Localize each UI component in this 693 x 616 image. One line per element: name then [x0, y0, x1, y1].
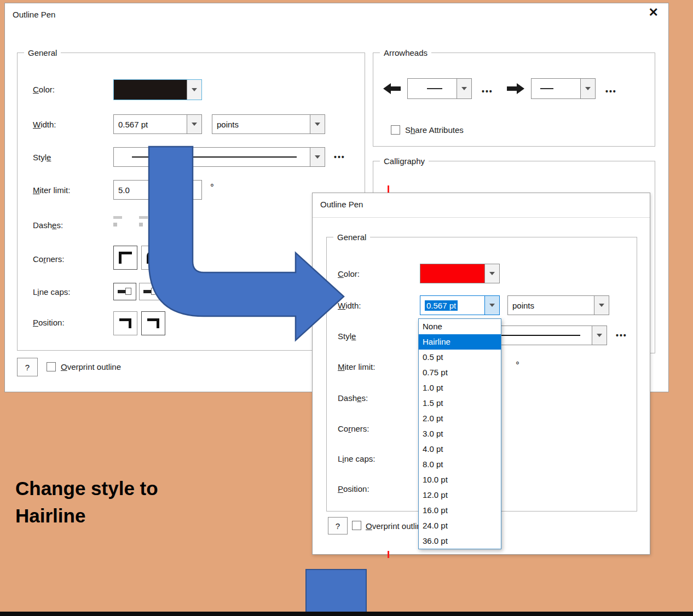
- end-arrowhead-combo[interactable]: [531, 78, 596, 99]
- title-separator: [313, 217, 650, 218]
- position-label: Position:: [33, 318, 65, 327]
- arrowheads-legend: Arrowheads: [380, 48, 431, 57]
- end-arrowhead-dropdown-button[interactable]: [580, 79, 595, 98]
- width-label: Width:: [33, 120, 56, 129]
- width-combo-open[interactable]: 0.567 pt: [420, 295, 500, 315]
- position-center-button[interactable]: [141, 311, 165, 335]
- width-option-2-0-pt[interactable]: 2.0 pt: [419, 411, 501, 426]
- miter-limit-value: 5.0: [114, 181, 201, 199]
- dash-style-icon[interactable]: [139, 216, 158, 230]
- help-button[interactable]: ?: [328, 517, 348, 534]
- position-center-icon: [147, 318, 159, 328]
- chevron-down-icon: [192, 123, 197, 126]
- width-option-0-75-pt[interactable]: 0.75 pt: [419, 365, 501, 380]
- share-attributes-label: Share Attributes: [405, 125, 464, 135]
- chevron-down-icon: [192, 88, 197, 91]
- overprint-label: Overprint outline: [61, 362, 121, 371]
- chevron-down-icon: [315, 155, 320, 159]
- style-dropdown-button[interactable]: [310, 148, 325, 166]
- miter-limit-field[interactable]: 5.0: [113, 180, 202, 200]
- width-option-4-0-pt[interactable]: 4.0 pt: [419, 441, 501, 457]
- width-dropdown-button[interactable]: [187, 115, 201, 133]
- width-option-3-0-pt[interactable]: 3.0 pt: [419, 426, 501, 441]
- dialog-title: Outline Pen: [320, 200, 363, 209]
- degree-symbol: °: [516, 360, 519, 371]
- units-dropdown-button[interactable]: [310, 115, 325, 133]
- width-value: 0.567 pt: [114, 115, 187, 133]
- dialog-title: Outline Pen: [13, 10, 55, 19]
- start-arrowhead-combo[interactable]: [407, 78, 472, 99]
- round-cap-icon: [143, 288, 158, 295]
- style-dropdown-button[interactable]: [592, 326, 607, 345]
- miter-corner-icon: [119, 252, 132, 264]
- bottom-black-bar: [0, 612, 693, 616]
- chevron-down-icon: [461, 87, 467, 90]
- close-icon[interactable]: ✕: [649, 7, 659, 19]
- start-arrowhead-dropdown-button[interactable]: [457, 79, 471, 98]
- width-units-combo[interactable]: points: [212, 114, 325, 134]
- width-dropdown-list: NoneHairline0.5 pt0.75 pt1.0 pt1.5 pt2.0…: [418, 318, 501, 549]
- round-corner-icon: [147, 252, 160, 264]
- red-crop-mark-top: [388, 185, 389, 193]
- miter-limit-label: Miter limit:: [338, 362, 375, 371]
- line-cap-round-button[interactable]: [139, 283, 162, 300]
- color-swatch-red: [420, 264, 484, 283]
- degree-symbol: °: [210, 182, 214, 193]
- outline-color-picker[interactable]: [113, 79, 202, 100]
- line-style-icon: [132, 156, 297, 158]
- position-outside-button[interactable]: [113, 311, 137, 335]
- width-option-hairline[interactable]: Hairline: [419, 334, 501, 350]
- line-caps-label: Line caps:: [338, 454, 375, 463]
- style-label: Style: [338, 332, 356, 341]
- overprint-checkbox[interactable]: [352, 521, 361, 530]
- width-option-8-0-pt[interactable]: 8.0 pt: [419, 457, 501, 472]
- blue-rectangle-shape: [305, 569, 367, 613]
- butt-cap-icon: [118, 288, 132, 295]
- line-icon: [427, 88, 442, 89]
- corner-miter-button[interactable]: [113, 246, 137, 270]
- dash-segment: [113, 216, 122, 219]
- style-combo[interactable]: [113, 147, 325, 167]
- slide-canvas: Outline Pen ✕ General Color: Width: 0.56…: [0, 0, 693, 616]
- width-option-10-0-pt[interactable]: 10.0 pt: [419, 472, 501, 487]
- chevron-down-icon: [489, 272, 495, 275]
- start-arrowhead-more-button[interactable]: •••: [482, 87, 493, 96]
- width-option-16-0-pt[interactable]: 16.0 pt: [419, 503, 501, 518]
- width-option-36-0-pt[interactable]: 36.0 pt: [419, 533, 501, 549]
- share-attributes-checkbox[interactable]: [391, 125, 400, 135]
- width-units-value: points: [212, 115, 310, 133]
- corner-round-button[interactable]: [141, 246, 165, 270]
- width-dropdown-button[interactable]: [484, 296, 499, 315]
- line-icon: [540, 88, 553, 89]
- style-preview: [114, 148, 310, 166]
- width-option-0-5-pt[interactable]: 0.5 pt: [419, 350, 501, 365]
- outline-color-picker[interactable]: [420, 264, 500, 283]
- color-dropdown-button[interactable]: [484, 264, 499, 283]
- units-dropdown-button[interactable]: [594, 296, 609, 315]
- color-label: Color:: [33, 85, 55, 94]
- style-more-button[interactable]: •••: [616, 331, 627, 340]
- width-option-24-0-pt[interactable]: 24.0 pt: [419, 518, 501, 533]
- width-units-value: points: [508, 296, 594, 315]
- width-option-12-0-pt[interactable]: 12.0 pt: [419, 487, 501, 503]
- line-cap-butt-button[interactable]: [113, 283, 136, 300]
- help-button[interactable]: ?: [17, 358, 38, 376]
- width-value-selected: 0.567 pt: [420, 296, 484, 315]
- overprint-checkbox[interactable]: [47, 362, 56, 371]
- style-more-button[interactable]: •••: [334, 153, 345, 161]
- width-option-none[interactable]: None: [419, 319, 501, 334]
- end-arrowhead-more-button[interactable]: •••: [605, 87, 617, 96]
- arrowheads-group: Arrowheads ••• ••• Share Attributes: [373, 53, 655, 147]
- dash-segment: [139, 223, 143, 226]
- width-option-1-5-pt[interactable]: 1.5 pt: [419, 396, 501, 411]
- width-combo[interactable]: 0.567 pt: [113, 114, 202, 134]
- width-option-1-0-pt[interactable]: 1.0 pt: [419, 380, 501, 396]
- end-arrowhead-preview: [532, 79, 580, 98]
- corners-label: Corners:: [338, 424, 369, 433]
- outline-pen-dialog-front: Outline Pen General Color: Width: 0.567 …: [312, 193, 650, 555]
- color-swatch-black: [114, 80, 187, 100]
- miter-limit-label: Miter limit:: [33, 185, 70, 195]
- width-units-combo[interactable]: points: [507, 295, 609, 315]
- dash-style-icon[interactable]: [113, 216, 132, 230]
- color-dropdown-button[interactable]: [187, 80, 201, 100]
